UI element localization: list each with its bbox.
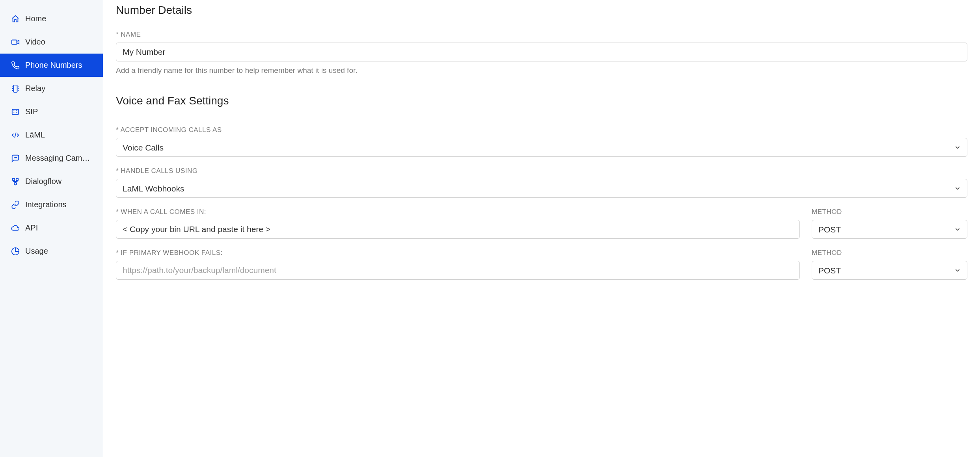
section-title-voice-fax: Voice and Fax Settings <box>116 95 967 107</box>
dialogflow-icon <box>11 177 20 186</box>
svg-point-5 <box>14 157 15 158</box>
sidebar-item-label: Usage <box>25 247 48 256</box>
sidebar-item-usage[interactable]: Usage <box>0 240 103 263</box>
svg-rect-0 <box>12 40 17 44</box>
sidebar-item-messaging[interactable]: Messaging Camp... <box>0 147 103 170</box>
name-field-group: * NAME Add a friendly name for this numb… <box>116 31 967 75</box>
when-call-input[interactable] <box>116 220 800 239</box>
sidebar-item-laml[interactable]: LāML <box>0 123 103 147</box>
relay-icon <box>11 84 20 93</box>
sidebar-item-dialogflow[interactable]: Dialogflow <box>0 170 103 193</box>
svg-rect-3 <box>12 109 19 114</box>
sip-icon <box>11 108 20 116</box>
svg-rect-8 <box>13 178 15 180</box>
sidebar: Home Video Phone Numbers Relay SIP <box>0 0 103 457</box>
svg-rect-1 <box>13 85 17 92</box>
name-help-text: Add a friendly name for this number to h… <box>116 66 967 75</box>
sidebar-item-relay[interactable]: Relay <box>0 77 103 100</box>
main-content: Number Details * NAME Add a friendly nam… <box>103 0 980 457</box>
accept-incoming-select[interactable]: Voice Calls <box>116 138 967 157</box>
sidebar-item-label: Phone Numbers <box>25 61 82 70</box>
accept-incoming-label: * ACCEPT INCOMING CALLS AS <box>116 126 967 134</box>
sidebar-item-label: LāML <box>25 130 45 139</box>
accept-incoming-field: * ACCEPT INCOMING CALLS AS Voice Calls <box>116 126 967 157</box>
sidebar-item-label: API <box>25 223 38 232</box>
sidebar-item-home[interactable]: Home <box>0 7 103 30</box>
fallback-row: * IF PRIMARY WEBHOOK FAILS: METHOD POST <box>116 249 967 280</box>
sidebar-item-integrations[interactable]: Integrations <box>0 193 103 216</box>
link-icon <box>11 201 20 209</box>
sidebar-item-label: Messaging Camp... <box>25 154 92 163</box>
svg-rect-9 <box>16 178 19 180</box>
message-icon <box>11 154 20 163</box>
voice-fax-section: Voice and Fax Settings * ACCEPT INCOMING… <box>116 95 967 280</box>
sidebar-item-api[interactable]: API <box>0 216 103 240</box>
svg-point-6 <box>15 157 16 158</box>
home-icon <box>11 15 20 23</box>
fallback-label: * IF PRIMARY WEBHOOK FAILS: <box>116 249 800 257</box>
handle-calls-field: * HANDLE CALLS USING LaML Webhooks <box>116 167 967 198</box>
sidebar-item-video[interactable]: Video <box>0 30 103 54</box>
sidebar-item-phone-numbers[interactable]: Phone Numbers <box>0 54 103 77</box>
cloud-icon <box>11 224 20 232</box>
method-label-1: METHOD <box>812 208 967 216</box>
svg-rect-10 <box>14 182 17 185</box>
fallback-input[interactable] <box>116 261 800 280</box>
section-title-number-details: Number Details <box>116 4 967 17</box>
sidebar-item-sip[interactable]: SIP <box>0 100 103 123</box>
sidebar-item-label: Integrations <box>25 200 67 209</box>
code-icon <box>11 131 20 139</box>
handle-calls-select[interactable]: LaML Webhooks <box>116 179 967 198</box>
method-label-2: METHOD <box>812 249 967 257</box>
sidebar-item-label: Relay <box>25 84 45 93</box>
sidebar-item-label: Video <box>25 37 45 46</box>
when-call-row: * WHEN A CALL COMES IN: METHOD POST <box>116 208 967 239</box>
svg-point-7 <box>16 157 17 158</box>
handle-calls-label: * HANDLE CALLS USING <box>116 167 967 175</box>
name-input[interactable] <box>116 43 967 61</box>
svg-line-4 <box>15 132 16 137</box>
sidebar-item-label: SIP <box>25 107 38 116</box>
when-call-method-select[interactable]: POST <box>812 220 967 239</box>
name-label: * NAME <box>116 31 967 39</box>
when-call-label: * WHEN A CALL COMES IN: <box>116 208 800 216</box>
sidebar-item-label: Dialogflow <box>25 177 61 186</box>
sidebar-item-label: Home <box>25 14 46 23</box>
video-icon <box>11 38 20 46</box>
usage-icon <box>11 247 20 256</box>
phone-icon <box>11 61 20 70</box>
fallback-method-select[interactable]: POST <box>812 261 967 280</box>
number-details-section: Number Details * NAME Add a friendly nam… <box>116 4 967 75</box>
